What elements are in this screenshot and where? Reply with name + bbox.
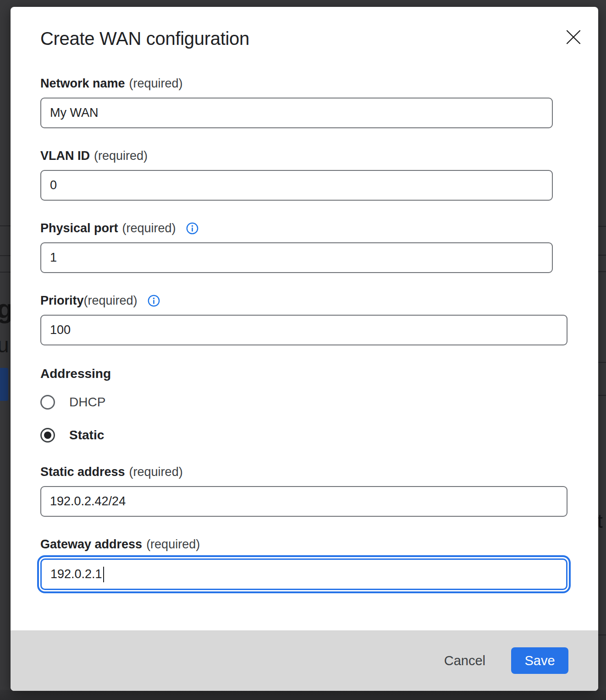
radio-label-dhcp: DHCP: [69, 395, 105, 410]
radio-label-static: Static: [69, 428, 104, 443]
background-table-line: [597, 362, 606, 363]
background-table-line: [597, 395, 606, 396]
vlan-id-input[interactable]: 0: [40, 170, 553, 201]
background-table-line: [597, 271, 606, 272]
gateway-address-input[interactable]: 192.0.2.1: [40, 558, 567, 590]
background-table-line: [597, 226, 606, 227]
gateway-address-label: Gateway address (required): [40, 537, 568, 552]
text-cursor: [103, 567, 104, 582]
radio-unselected-icon[interactable]: [40, 395, 55, 410]
background-table-line: [0, 255, 11, 256]
addressing-heading: Addressing: [40, 366, 568, 381]
physical-port-label: Physical port (required): [40, 221, 568, 235]
network-name-input[interactable]: My WAN: [40, 98, 553, 128]
background-shade: [0, 690, 606, 700]
network-name-label: Network name (required): [40, 76, 568, 91]
gateway-address-value: 192.0.2.1: [50, 567, 102, 581]
background-table-line: [597, 634, 606, 635]
background-table-line: [597, 255, 606, 256]
radio-option-static[interactable]: Static: [40, 428, 568, 443]
static-address-label: Static address (required): [40, 465, 568, 479]
priority-info-icon[interactable]: [148, 295, 160, 307]
create-wan-configuration-dialog: Create WAN configuration Network name (r…: [11, 7, 598, 691]
dialog-footer: Cancel Save: [11, 630, 598, 691]
background-table-line: [0, 272, 11, 273]
static-address-input[interactable]: 192.0.2.42/24: [40, 486, 567, 517]
save-button[interactable]: Save: [511, 647, 568, 674]
physical-port-input[interactable]: 1: [40, 242, 553, 273]
physical-port-info-icon[interactable]: [186, 222, 198, 235]
priority-label: Priority (required): [40, 293, 568, 308]
radio-option-dhcp[interactable]: DHCP: [40, 395, 568, 410]
dialog-title: Create WAN configuration: [40, 27, 568, 49]
priority-input[interactable]: 100: [40, 315, 567, 345]
background-text-fragment: u: [0, 333, 9, 357]
background-button-fragment: [0, 368, 8, 401]
cancel-button[interactable]: Cancel: [441, 649, 488, 673]
background-table-line: [0, 225, 11, 226]
vlan-id-label: VLAN ID (required): [40, 148, 568, 163]
radio-selected-icon[interactable]: [40, 428, 55, 443]
